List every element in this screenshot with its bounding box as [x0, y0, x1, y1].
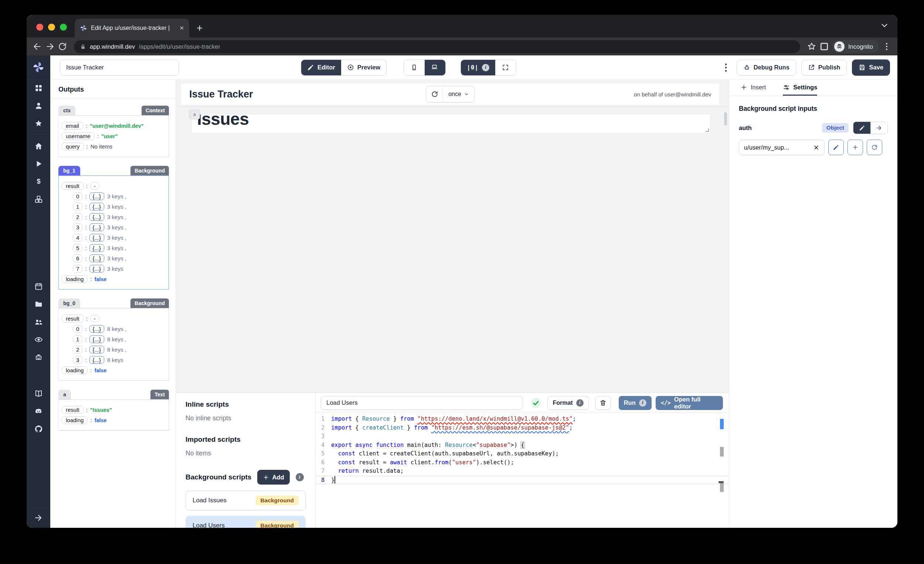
delete-script-button[interactable] [595, 396, 611, 410]
array-index[interactable]: 2 [73, 346, 82, 353]
output-key[interactable]: loading [62, 367, 88, 374]
code-line[interactable]: 1import { Resource } from "https://deno.… [316, 415, 729, 423]
output-key[interactable]: email [62, 122, 83, 130]
editor-tab[interactable]: Editor [301, 60, 341, 75]
script-name-input[interactable] [321, 396, 523, 410]
output-id-tab[interactable]: a [58, 390, 71, 399]
minimize-window-button[interactable] [48, 24, 55, 31]
schema-explorer-button[interactable]: |0|i [461, 60, 495, 75]
zoom-window-button[interactable] [60, 24, 67, 31]
output-id-tab[interactable]: ctx [58, 106, 75, 115]
array-index[interactable]: 7 [73, 265, 82, 272]
output-key[interactable]: loading [62, 416, 88, 424]
array-index[interactable]: 2 [73, 213, 82, 221]
code-line[interactable]: 7 return result.data; [316, 467, 729, 476]
bookmark-star-icon[interactable] [807, 42, 816, 51]
preview-tab[interactable]: Preview [341, 60, 386, 75]
sidebar-users-icon[interactable] [27, 313, 50, 331]
refresh-resource-button[interactable] [867, 140, 882, 155]
output-key[interactable]: result [62, 315, 84, 322]
add-resource-button[interactable] [848, 140, 863, 155]
array-index[interactable]: 3 [73, 223, 82, 231]
sidebar-folder-icon[interactable] [27, 295, 50, 313]
background-script-card[interactable]: Load Users Background [186, 516, 306, 528]
url-bar[interactable]: app.windmill.dev/apps/edit/u/user/issue-… [74, 40, 800, 53]
desktop-view-button[interactable] [424, 60, 446, 75]
output-id-tab[interactable]: bg_1 [58, 166, 80, 175]
object-expander[interactable]: {...} [90, 192, 105, 200]
object-expander[interactable]: {...} [90, 244, 105, 252]
mobile-view-button[interactable] [404, 60, 424, 75]
sidebar-discord-icon[interactable] [27, 402, 50, 420]
more-menu-icon[interactable] [720, 62, 732, 73]
refresh-mode-dropdown[interactable]: once [443, 86, 474, 102]
resource-picker[interactable]: u/user/my_sup... [739, 140, 825, 155]
edit-resource-button[interactable] [828, 140, 844, 155]
array-index[interactable]: 1 [73, 335, 82, 343]
side-panel-icon[interactable] [819, 42, 829, 51]
background-script-card[interactable]: Load Issues Background [186, 491, 306, 510]
object-expander[interactable]: {...} [90, 234, 105, 242]
output-key[interactable]: result [62, 182, 84, 190]
insert-tab[interactable]: Insert [740, 80, 766, 96]
sidebar-apps-icon[interactable] [27, 79, 50, 97]
object-expander[interactable]: {...} [90, 254, 105, 262]
collapse-button[interactable]: - [90, 315, 99, 322]
output-id-tab[interactable]: bg_0 [58, 298, 80, 308]
forward-icon[interactable] [45, 42, 55, 51]
add-background-script-button[interactable]: Add [257, 470, 290, 485]
windmill-logo[interactable] [27, 55, 50, 79]
app-name-input[interactable] [60, 60, 179, 76]
object-expander[interactable]: {...} [90, 325, 105, 333]
output-key[interactable]: query [62, 142, 84, 150]
tab-search-chevron-icon[interactable] [880, 21, 889, 30]
code-editor[interactable]: 1import { Resource } from "https://deno.… [316, 413, 729, 528]
array-index[interactable]: 0 [73, 325, 82, 333]
resize-handle[interactable] [706, 129, 709, 132]
static-input-button[interactable] [854, 122, 870, 134]
output-key[interactable]: username [62, 132, 94, 140]
code-line[interactable]: 3 [316, 432, 729, 441]
array-index[interactable]: 6 [73, 254, 82, 262]
close-window-button[interactable] [36, 24, 43, 31]
settings-tab[interactable]: Settings [783, 80, 817, 96]
reload-icon[interactable] [58, 42, 67, 51]
array-index[interactable]: 3 [73, 356, 82, 364]
object-expander[interactable]: {...} [90, 223, 105, 231]
array-index[interactable]: 4 [73, 234, 82, 242]
sidebar-star-icon[interactable] [27, 115, 50, 132]
connect-input-button[interactable] [870, 122, 887, 134]
sidebar-eye-icon[interactable] [27, 331, 50, 348]
debug-runs-button[interactable]: Debug Runs [736, 60, 796, 76]
sidebar-github-icon[interactable] [27, 420, 50, 438]
sidebar-dollar-icon[interactable]: $ [27, 172, 50, 190]
sidebar-user-icon[interactable] [27, 97, 50, 115]
sidebar-calendar-icon[interactable] [27, 277, 50, 295]
browser-menu-icon[interactable] [882, 42, 891, 51]
object-expander[interactable]: {...} [90, 356, 105, 364]
publish-button[interactable]: Publish [801, 60, 847, 76]
array-index[interactable]: 0 [73, 192, 82, 200]
fullscreen-button[interactable] [495, 60, 516, 75]
format-button[interactable]: Formati [548, 396, 588, 410]
clear-resource-icon[interactable] [813, 144, 819, 151]
refresh-app-button[interactable] [426, 86, 443, 102]
new-tab-button[interactable]: + [192, 20, 208, 36]
output-key[interactable]: loading [62, 275, 88, 283]
array-index[interactable]: 5 [73, 244, 82, 252]
object-expander[interactable]: {...} [90, 346, 105, 353]
array-index[interactable]: 1 [73, 203, 82, 211]
output-key[interactable]: result [62, 406, 84, 414]
object-expander[interactable]: {...} [90, 203, 105, 211]
sidebar-book-icon[interactable] [27, 384, 50, 402]
save-button[interactable]: Save [852, 60, 890, 76]
sidebar-cubes-icon[interactable] [27, 190, 50, 208]
expand-sidebar-button[interactable] [27, 507, 50, 528]
code-line[interactable]: 8} [316, 476, 729, 485]
sidebar-home-icon[interactable] [27, 137, 50, 155]
open-full-editor-button[interactable]: </>Open full editor [656, 396, 723, 410]
code-line[interactable]: 6 const result = await client.from("user… [316, 458, 729, 467]
text-component[interactable]: a Issues [192, 114, 710, 133]
tab-close-icon[interactable]: ✕ [179, 25, 184, 31]
collapse-button[interactable]: - [90, 183, 99, 190]
